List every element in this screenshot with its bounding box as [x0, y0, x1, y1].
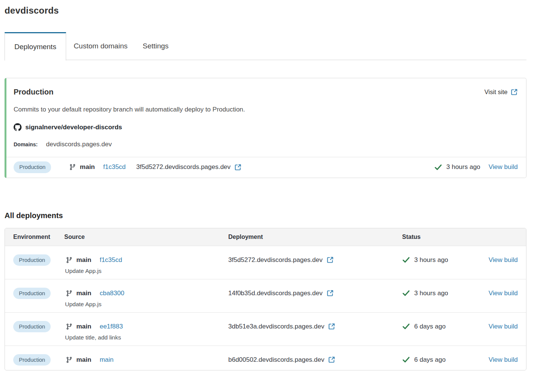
check-icon: [402, 322, 410, 330]
environment-badge: Production: [14, 161, 51, 173]
external-link-icon[interactable]: [234, 164, 241, 171]
branch-label: main: [76, 323, 91, 330]
status-time: 3 hours ago: [414, 256, 448, 264]
tab-bar: Deployments Custom domains Settings: [5, 32, 526, 60]
deployment-url: 3db51e3a.devdiscords.pages.dev: [228, 323, 324, 330]
external-link-icon: [511, 88, 518, 96]
tab-deployments-label: Deployments: [14, 43, 56, 51]
tab-custom-domains[interactable]: Custom domains: [66, 32, 135, 60]
visit-site-link[interactable]: Visit site: [484, 88, 518, 96]
table-row: Production main main b6d00502.devdiscord…: [5, 346, 526, 370]
check-icon: [402, 356, 410, 364]
tab-deployments[interactable]: Deployments: [5, 32, 66, 60]
pages-project-page: devdiscords Deployments Custom domains S…: [0, 0, 534, 370]
git-branch-icon: [69, 164, 76, 170]
production-card-title: Production: [14, 88, 54, 96]
repository-name: signalnerve/developer-discords: [25, 124, 122, 131]
deployment-url: b6d00502.devdiscords.pages.dev: [228, 356, 324, 364]
external-link-icon[interactable]: [327, 290, 334, 297]
view-build-link[interactable]: View build: [489, 323, 518, 330]
view-build-link[interactable]: View build: [489, 256, 518, 263]
production-deployment-row: Production main f1c35cd 3f5d5272.devdisc…: [6, 157, 526, 178]
page-title: devdiscords: [5, 5, 526, 16]
view-build-link[interactable]: View build: [489, 163, 518, 171]
tab-custom-domains-label: Custom domains: [74, 42, 128, 50]
branch-label: main: [76, 290, 91, 297]
github-icon: [14, 123, 22, 131]
status-time: 6 days ago: [414, 323, 446, 330]
commit-link[interactable]: ee1f883: [100, 323, 123, 330]
production-description: Commits to your default repository branc…: [14, 106, 518, 113]
environment-badge: Production: [13, 254, 51, 266]
view-build-link[interactable]: View build: [489, 290, 518, 297]
table-row: Production main f1c35cd Update App.js 3f…: [5, 246, 526, 279]
environment-badge: Production: [13, 288, 51, 299]
check-icon: [434, 163, 442, 171]
git-branch-icon: [66, 356, 73, 363]
branch-label: main: [76, 256, 91, 264]
commit-message: Update title, add links: [65, 334, 228, 341]
tab-settings-label: Settings: [142, 42, 169, 50]
check-icon: [402, 289, 410, 297]
environment-badge: Production: [13, 354, 51, 366]
commit-link[interactable]: f1c35cd: [103, 163, 126, 171]
environment-badge: Production: [13, 321, 51, 333]
domains-value: devdiscords.pages.dev: [46, 141, 112, 148]
table-row: Production main cba8300 Update App.js 14…: [5, 279, 526, 312]
deployment-url: 3f5d5272.devdiscords.pages.dev: [136, 163, 231, 171]
git-branch-icon: [66, 257, 73, 263]
column-header-environment: Environment: [13, 234, 64, 240]
external-link-icon[interactable]: [328, 323, 335, 330]
git-branch-icon: [66, 323, 73, 330]
external-link-icon[interactable]: [327, 256, 334, 263]
check-icon: [402, 256, 410, 264]
column-header-source: Source: [64, 234, 228, 240]
view-build-link[interactable]: View build: [489, 356, 518, 363]
all-deployments-title: All deployments: [5, 211, 526, 220]
commit-link[interactable]: cba8300: [100, 290, 124, 297]
column-header-status: Status: [402, 234, 485, 240]
table-row: Production main ee1f883 Update title, ad…: [5, 312, 526, 346]
deployments-table: Environment Source Deployment Status Pro…: [5, 228, 526, 371]
status-time: 6 days ago: [414, 356, 446, 364]
deployment-url: 3f5d5272.devdiscords.pages.dev: [228, 256, 323, 264]
commit-message: Update App.js: [65, 301, 228, 308]
visit-site-label: Visit site: [484, 88, 508, 96]
tab-settings[interactable]: Settings: [135, 32, 176, 60]
git-branch-icon: [66, 290, 73, 297]
production-card: Production Visit site Commits to your de…: [5, 78, 526, 178]
column-header-deployment: Deployment: [228, 234, 402, 240]
commit-link[interactable]: main: [100, 356, 114, 364]
external-link-icon[interactable]: [328, 356, 335, 363]
branch-label: main: [80, 163, 95, 171]
commit-link[interactable]: f1c35cd: [100, 256, 122, 264]
deployments-rows: Production main f1c35cd Update App.js 3f…: [5, 246, 526, 370]
status-time: 3 hours ago: [446, 163, 480, 171]
deployments-table-header: Environment Source Deployment Status: [5, 228, 526, 246]
commit-message: Update App.js: [65, 268, 228, 274]
status-time: 3 hours ago: [414, 290, 448, 297]
domains-label: Domains:: [14, 141, 38, 147]
deployment-url: 14f0b35d.devdiscords.pages.dev: [228, 290, 323, 297]
branch-label: main: [76, 356, 91, 364]
